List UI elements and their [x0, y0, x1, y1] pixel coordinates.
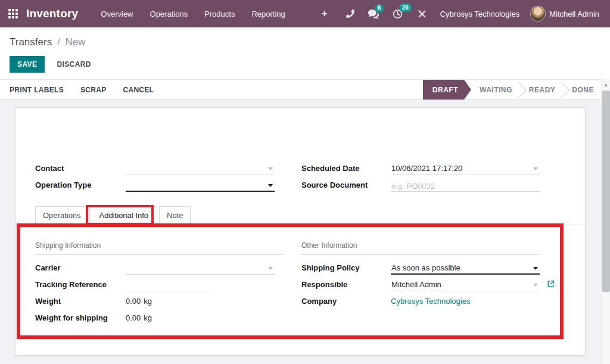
responsible-field[interactable]: Mitchell Admin: [391, 279, 540, 291]
shipping-policy-label: Shipping Policy: [301, 262, 391, 279]
messages-badge: 6: [375, 4, 384, 13]
carrier-field[interactable]: [126, 262, 275, 275]
tools-icon[interactable]: [418, 10, 427, 18]
breadcrumb-transfers[interactable]: Transfers: [10, 36, 52, 48]
discard-button[interactable]: DISCARD: [49, 56, 98, 73]
chevron-down-icon: [533, 267, 538, 270]
form-header-fields: Contact Operation Type: [15, 108, 585, 196]
chevron-down-icon: [268, 267, 273, 270]
stage-draft[interactable]: DRAFT: [423, 80, 471, 99]
operation-type-field[interactable]: [126, 179, 275, 192]
messages-icon[interactable]: 6: [368, 10, 379, 18]
cancel-button[interactable]: CANCEL: [123, 86, 154, 94]
scheduled-date-row: Scheduled Date 10/06/2021 17:17:20: [301, 163, 540, 179]
scheduled-date-label: Scheduled Date: [301, 163, 391, 179]
contact-label: Contact: [35, 163, 126, 179]
weight-for-shipping-row: Weight for shipping 0.00kg: [35, 312, 284, 329]
carrier-label: Carrier: [35, 262, 126, 279]
navbar-systray: + 6 26 Cybrosys Technologies Mitchell Ad…: [316, 6, 602, 21]
scrap-button[interactable]: SCRAP: [80, 86, 107, 94]
breadcrumb: Transfers / New: [10, 36, 600, 48]
tracking-reference-row: Tracking Reference: [35, 279, 284, 295]
chevron-down-icon: [533, 284, 538, 287]
tab-note[interactable]: Note: [159, 206, 191, 225]
scheduled-date-field[interactable]: 10/06/2021 17:17:20: [391, 163, 540, 175]
shipping-policy-row: Shipping Policy As soon as possible: [301, 262, 540, 279]
source-document-input[interactable]: [391, 179, 540, 191]
breadcrumb-new: New: [65, 36, 85, 48]
operation-type-label: Operation Type: [35, 179, 126, 196]
source-document-row: Source Document: [301, 179, 540, 196]
user-menu[interactable]: Mitchell Admin: [549, 10, 599, 18]
weight-label: Weight: [35, 295, 126, 312]
form-statusbar: PRINT LABELS SCRAP CANCEL DRAFT WAITING …: [0, 79, 601, 100]
vertical-scrollbar[interactable]: [601, 79, 610, 364]
status-pipeline: DRAFT WAITING READY DONE: [423, 80, 601, 99]
responsible-row: Responsible Mitchell Admin: [301, 279, 540, 295]
top-navbar: Inventory Overview Operations Products R…: [0, 0, 610, 27]
statusbar-actions: PRINT LABELS SCRAP CANCEL: [10, 80, 170, 99]
tab-additional-info[interactable]: Additional Info: [91, 206, 157, 225]
operation-type-row: Operation Type: [35, 179, 284, 196]
external-link-icon[interactable]: [547, 280, 555, 290]
main-menu: Overview Operations Products Reporting: [92, 1, 293, 27]
menu-reporting[interactable]: Reporting: [243, 1, 293, 27]
weight-for-shipping-value: 0.00kg: [126, 312, 152, 329]
stage-done[interactable]: DONE: [565, 86, 601, 94]
user-avatar[interactable]: [530, 6, 546, 21]
chevron-separator-icon: [510, 81, 527, 98]
other-information-title: Other Information: [301, 241, 540, 255]
chevron-down-icon: [268, 184, 273, 187]
additional-info-pane: Shipping Information Carrier Tracking Re…: [15, 225, 585, 329]
weight-for-shipping-label: Weight for shipping: [35, 312, 126, 329]
company-label: Company: [301, 295, 391, 312]
chevron-down-icon: [533, 167, 538, 170]
contact-field[interactable]: [126, 163, 275, 175]
carrier-row: Carrier: [35, 262, 284, 279]
responsible-label: Responsible: [301, 279, 391, 295]
app-title: Inventory: [26, 7, 78, 20]
transfer-form-card: Contact Operation Type: [15, 107, 586, 356]
menu-overview[interactable]: Overview: [92, 1, 141, 27]
breadcrumb-separator: /: [57, 36, 60, 48]
inventory-app-window: Inventory Overview Operations Products R…: [0, 0, 610, 364]
source-document-label: Source Document: [301, 179, 391, 196]
shipping-policy-select[interactable]: As soon as possible: [391, 262, 540, 275]
menu-products[interactable]: Products: [196, 1, 243, 27]
control-panel: Transfers / New SAVE DISCARD: [0, 27, 610, 79]
company-switcher[interactable]: Cybrosys Technologies: [440, 10, 519, 18]
print-labels-button[interactable]: PRINT LABELS: [10, 86, 64, 94]
phone-icon[interactable]: [346, 10, 354, 18]
scrollbar-thumb[interactable]: [602, 91, 610, 292]
shipping-information-title: Shipping Information: [35, 241, 284, 255]
activities-badge: 26: [399, 4, 412, 12]
plus-icon[interactable]: +: [322, 8, 328, 20]
save-button[interactable]: SAVE: [10, 56, 45, 73]
tracking-reference-input[interactable]: [126, 279, 212, 291]
weight-row: Weight 0.00kg: [35, 295, 284, 312]
apps-grid-icon[interactable]: [8, 9, 18, 18]
menu-operations[interactable]: Operations: [142, 1, 197, 27]
company-link[interactable]: Cybrosys Technologies: [391, 295, 470, 312]
content-area: Contact Operation Type: [0, 100, 610, 364]
tab-operations[interactable]: Operations: [35, 206, 89, 225]
contact-row: Contact: [35, 163, 284, 179]
scroll-up-icon[interactable]: [604, 83, 608, 86]
notebook-tabs: Operations Additional Info Note: [15, 206, 585, 225]
company-row: Company Cybrosys Technologies: [301, 295, 540, 312]
activities-clock-icon[interactable]: 26: [393, 9, 403, 19]
chevron-down-icon: [268, 167, 273, 170]
chevron-separator-icon: [553, 81, 569, 98]
edit-buttons: SAVE DISCARD: [10, 56, 600, 73]
tracking-reference-label: Tracking Reference: [35, 279, 126, 295]
weight-value: 0.00kg: [126, 295, 152, 312]
